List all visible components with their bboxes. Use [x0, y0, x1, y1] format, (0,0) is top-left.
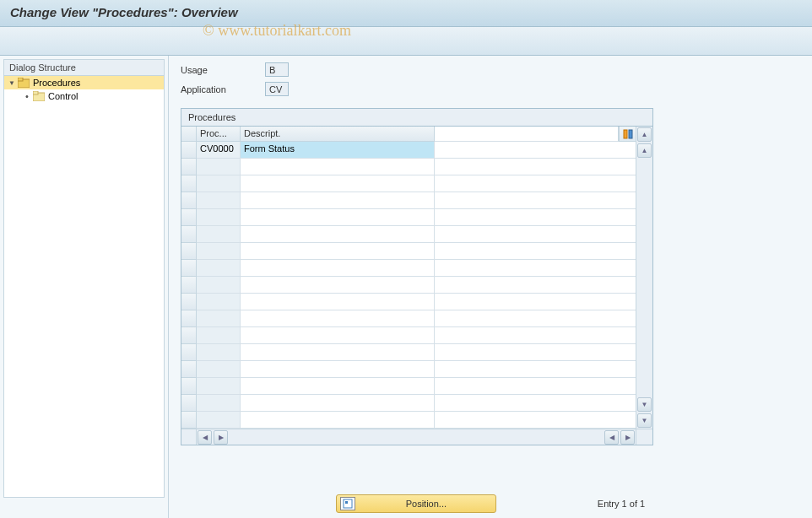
table-row[interactable]: [181, 209, 636, 226]
column-descript[interactable]: Descript.: [241, 127, 435, 142]
table-row[interactable]: [181, 327, 636, 344]
table-row[interactable]: [181, 361, 636, 378]
expand-arrow-icon[interactable]: ▼: [8, 78, 16, 87]
scroll-left-icon[interactable]: ◀: [604, 430, 619, 445]
cell-desc[interactable]: [241, 192, 435, 209]
entry-count: Entry 1 of 1: [598, 499, 645, 509]
usage-label: Usage: [181, 65, 265, 75]
cell-desc[interactable]: [241, 159, 435, 175]
cell-desc[interactable]: [241, 361, 435, 378]
cell-proc[interactable]: [197, 294, 241, 310]
scroll-left-icon[interactable]: ◀: [198, 430, 212, 445]
cell-proc[interactable]: [197, 327, 241, 344]
application-field[interactable]: [265, 82, 289, 96]
row-selector[interactable]: [181, 226, 197, 243]
table-row[interactable]: [181, 260, 636, 277]
cell-proc[interactable]: [197, 209, 241, 226]
cell-proc[interactable]: [197, 243, 241, 260]
cell-desc[interactable]: [241, 310, 435, 327]
svg-rect-5: [629, 130, 632, 138]
sidebar-header: Dialog Structure: [3, 59, 165, 76]
scroll-right-icon[interactable]: ▶: [214, 430, 228, 445]
row-selector[interactable]: [181, 395, 197, 412]
cell-desc[interactable]: [241, 226, 435, 243]
cell-proc[interactable]: [197, 260, 241, 277]
table-row[interactable]: [181, 175, 636, 192]
row-selector[interactable]: [181, 310, 197, 327]
scroll-up-icon[interactable]: ▲: [637, 143, 652, 158]
cell-desc[interactable]: [241, 327, 435, 344]
procedures-table: Procedures Proc... Descript. CV0000Form …: [181, 108, 653, 445]
usage-field[interactable]: [265, 62, 289, 77]
cell-proc[interactable]: [197, 159, 241, 175]
row-selector[interactable]: [181, 344, 197, 361]
cell-proc[interactable]: [197, 175, 241, 192]
tree-item-procedures[interactable]: ▼ Procedures: [4, 76, 164, 89]
cell-desc[interactable]: [241, 175, 435, 192]
tree-item-control[interactable]: • Control: [4, 89, 164, 103]
table-row[interactable]: [181, 395, 636, 412]
table-row[interactable]: CV0000Form Status: [181, 142, 636, 159]
cell-desc[interactable]: [241, 395, 435, 412]
table-row[interactable]: [181, 294, 636, 310]
table-row[interactable]: [181, 243, 636, 260]
row-selector[interactable]: [181, 142, 197, 159]
cell-proc[interactable]: [197, 412, 241, 429]
position-button-label: Position...: [360, 499, 492, 509]
cell-desc[interactable]: [241, 209, 435, 226]
cell-proc[interactable]: [197, 226, 241, 243]
row-selector[interactable]: [181, 327, 197, 344]
scroll-right-icon[interactable]: ▶: [620, 430, 635, 445]
row-selector[interactable]: [181, 159, 197, 175]
cell-proc[interactable]: [197, 378, 241, 395]
cell-desc[interactable]: [241, 294, 435, 310]
row-selector[interactable]: [181, 378, 197, 395]
scroll-down-icon[interactable]: ▼: [637, 413, 652, 428]
position-button[interactable]: Position...: [336, 494, 496, 513]
cell-proc[interactable]: [197, 344, 241, 361]
cell-desc[interactable]: [241, 277, 435, 294]
row-selector[interactable]: [181, 209, 197, 226]
table-row[interactable]: [181, 192, 636, 209]
column-proc[interactable]: Proc...: [197, 127, 241, 142]
row-selector[interactable]: [181, 294, 197, 310]
row-selector[interactable]: [181, 277, 197, 294]
svg-rect-1: [18, 78, 23, 81]
cell-desc[interactable]: [241, 412, 435, 429]
cell-proc[interactable]: [197, 277, 241, 294]
table-row[interactable]: [181, 277, 636, 294]
tree-item-label: Procedures: [33, 78, 80, 88]
folder-closed-icon: [33, 91, 45, 101]
scroll-down-icon[interactable]: ▼: [637, 397, 652, 412]
row-selector[interactable]: [181, 243, 197, 260]
table-row[interactable]: [181, 412, 636, 429]
scroll-up-icon[interactable]: ▲: [637, 127, 652, 142]
svg-rect-4: [624, 130, 627, 138]
svg-rect-3: [33, 91, 38, 94]
table-row[interactable]: [181, 378, 636, 395]
cell-proc[interactable]: CV0000: [197, 142, 241, 159]
row-selector[interactable]: [181, 175, 197, 192]
cell-proc[interactable]: [197, 395, 241, 412]
folder-open-icon: [18, 78, 30, 88]
row-selector[interactable]: [181, 260, 197, 277]
table-config-icon[interactable]: [619, 127, 636, 142]
table-row[interactable]: [181, 344, 636, 361]
row-selector[interactable]: [181, 361, 197, 378]
row-selector[interactable]: [181, 412, 197, 429]
cell-proc[interactable]: [197, 310, 241, 327]
table-row[interactable]: [181, 226, 636, 243]
cell-proc[interactable]: [197, 192, 241, 209]
cell-desc[interactable]: Form Status: [241, 142, 435, 159]
table-row[interactable]: [181, 159, 636, 175]
cell-desc[interactable]: [241, 243, 435, 260]
select-all-header[interactable]: [181, 127, 197, 142]
cell-desc[interactable]: [241, 260, 435, 277]
cell-desc[interactable]: [241, 378, 435, 395]
row-selector[interactable]: [181, 192, 197, 209]
cell-proc[interactable]: [197, 361, 241, 378]
cell-desc[interactable]: [241, 344, 435, 361]
horizontal-scrollbar[interactable]: ◀ ▶ ◀ ▶: [181, 429, 652, 445]
vertical-scrollbar[interactable]: ▲ ▲ ▼ ▼: [636, 127, 652, 429]
table-row[interactable]: [181, 310, 636, 327]
